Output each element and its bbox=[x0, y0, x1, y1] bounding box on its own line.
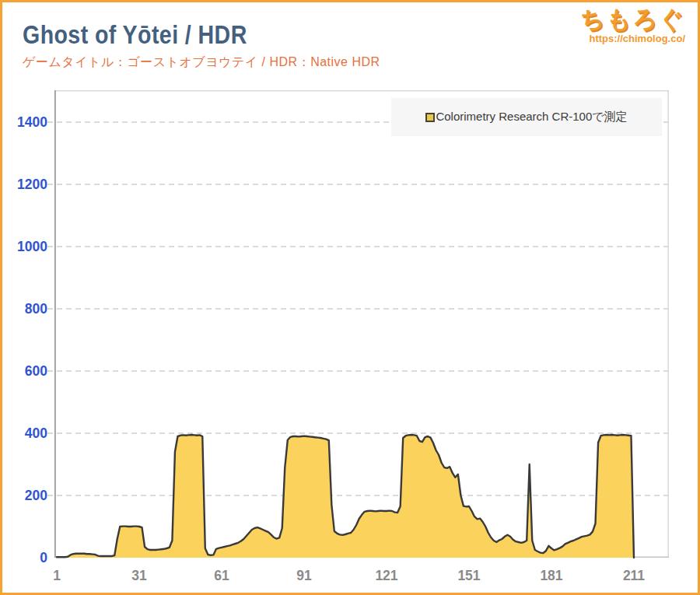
y-tick-label-200: 200 bbox=[2, 487, 47, 504]
x-tick-label-181: 181 bbox=[532, 567, 571, 584]
page-subtitle: ゲームタイトル：ゴーストオブヨウテイ / HDR：Native HDR bbox=[23, 54, 380, 71]
y-tick-label-800: 800 bbox=[2, 300, 47, 317]
y-tick-label-1000: 1000 bbox=[2, 238, 47, 255]
y-tick-label-1400: 1400 bbox=[2, 114, 47, 131]
legend-series-marker-icon bbox=[425, 113, 435, 122]
legend-label: Colorimetry Research CR-100で測定 bbox=[436, 110, 627, 124]
chart-page: Ghost of Yōtei / HDR ゲームタイトル：ゴーストオブヨウテイ … bbox=[0, 0, 700, 595]
y-tick-label-0: 0 bbox=[2, 549, 47, 566]
legend: Colorimetry Research CR-100で測定 bbox=[391, 98, 662, 136]
x-tick-label-31: 31 bbox=[120, 567, 159, 584]
y-tick-label-400: 400 bbox=[2, 425, 47, 442]
x-tick-label-121: 121 bbox=[367, 567, 406, 584]
x-tick-label-151: 151 bbox=[450, 567, 488, 584]
x-tick-label-211: 211 bbox=[614, 567, 653, 584]
x-tick-label-1: 1 bbox=[37, 567, 76, 584]
site-url-link[interactable]: https://chimolog.co/ bbox=[580, 33, 685, 44]
page-title: Ghost of Yōtei / HDR bbox=[23, 19, 247, 50]
site-logo-text: ちもろぐ bbox=[580, 7, 685, 33]
x-tick-label-61: 61 bbox=[202, 567, 241, 584]
x-tick-label-91: 91 bbox=[285, 567, 324, 584]
y-tick-label-600: 600 bbox=[2, 362, 47, 380]
plot-area bbox=[54, 90, 669, 558]
y-tick-label-1200: 1200 bbox=[2, 176, 47, 193]
site-logo: ちもろぐ https://chimolog.co/ bbox=[580, 7, 685, 44]
